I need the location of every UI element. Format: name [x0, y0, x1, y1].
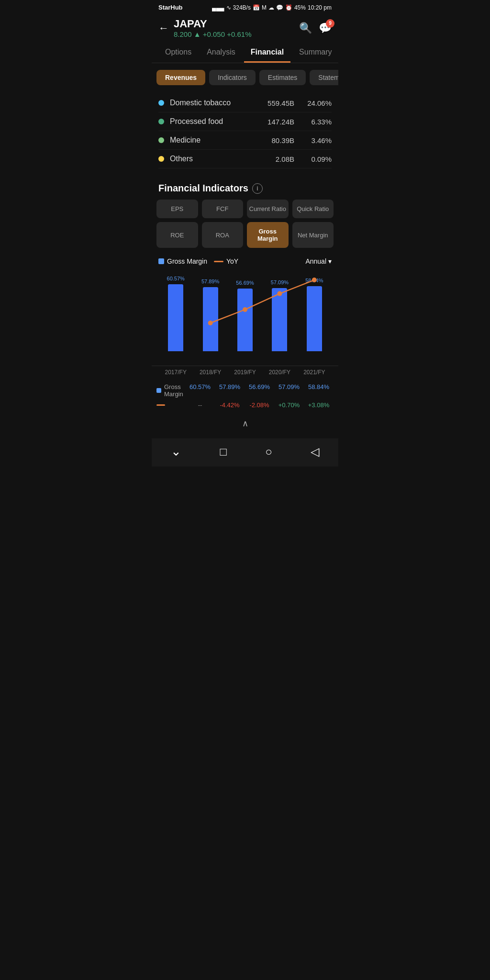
gm-color-sq: [156, 388, 161, 393]
search-button[interactable]: 🔍: [299, 22, 312, 34]
dot-others: [158, 156, 164, 162]
info-icon[interactable]: i: [252, 183, 263, 194]
revenue-value: 80.39B: [271, 136, 294, 145]
period-selector[interactable]: Annual ▾: [305, 257, 332, 265]
yoy-value-cell: -4.42%: [215, 401, 245, 409]
gm-value-cell: 57.09%: [274, 383, 304, 398]
x-label: 2019/FY: [228, 369, 262, 376]
gm-value-cell: 57.89%: [215, 383, 245, 398]
bar-group: 56.69%: [228, 280, 262, 351]
revenue-list: Domestic tobacco 559.45B 24.06% Processe…: [152, 92, 338, 174]
yoy-value-cell: +3.08%: [304, 401, 334, 409]
revenue-value: 559.45B: [267, 99, 294, 107]
status-bar: StarHub ▄▄▄ ∿ 324B/s 📅 M ☁ 💬 ⏰ 45% 10:20…: [152, 0, 338, 14]
time-label: 10:20 pm: [308, 4, 332, 11]
cloud-icon: ☁: [268, 4, 274, 11]
indicator-eps[interactable]: EPS: [156, 200, 198, 218]
status-icons: ▄▄▄ ∿ 324B/s 📅 M ☁ 💬 ⏰ 45% 10:20 pm: [212, 4, 332, 11]
list-item: Others 2.08B 0.09%: [158, 150, 332, 168]
tab-financial[interactable]: Financial: [244, 43, 290, 63]
legend-sq-blue: [158, 258, 164, 264]
yoy-value-cell: --: [185, 401, 215, 409]
chart-area: 60.57%57.89%56.69%57.09%58.84%: [152, 270, 338, 366]
bar-element: [237, 289, 253, 351]
speed-label: 324B/s: [233, 4, 251, 11]
nav-recents-button[interactable]: ○: [265, 445, 272, 458]
tab-summary[interactable]: Summary: [292, 43, 338, 63]
indicator-gross-margin[interactable]: Gross Margin: [247, 222, 289, 248]
alarm-icon: ⏰: [285, 4, 292, 11]
bar-element: [307, 286, 322, 351]
revenue-name: Others: [170, 155, 276, 163]
chevron-down-icon: ▾: [328, 257, 332, 265]
bar-element: [203, 287, 218, 351]
collapse-icon[interactable]: ∧: [242, 418, 248, 429]
legend-gross-label: Gross Margin: [167, 257, 207, 265]
x-label: 2021/FY: [297, 369, 332, 376]
bottom-nav: ⌄ □ ○ ◁: [152, 438, 338, 467]
subtab-estimates[interactable]: Estimates: [259, 70, 306, 85]
notification-badge: 9: [326, 19, 334, 28]
bar-group: 57.09%: [262, 279, 297, 351]
tab-analysis[interactable]: Analysis: [200, 43, 242, 63]
carrier-label: StarHub: [158, 4, 183, 11]
indicator-net-margin[interactable]: Net Margin: [292, 222, 334, 248]
nav-back-arrow-button[interactable]: ◁: [311, 445, 319, 458]
bar-group: 58.84%: [297, 278, 332, 351]
revenue-pct: 3.46%: [303, 136, 332, 145]
ticker-symbol: JAPAY: [174, 18, 252, 30]
mail-icon: M: [262, 4, 267, 11]
bar-pct-label: 56.69%: [236, 280, 254, 286]
indicator-grid: EPS FCF Current Ratio Quick Ratio ROE RO…: [152, 200, 338, 253]
dot-medicine: [158, 137, 164, 143]
dot-domestic: [158, 100, 164, 106]
bar-group: 57.89%: [193, 278, 227, 351]
nav-home-button[interactable]: □: [220, 445, 227, 458]
calendar-icon: 📅: [253, 4, 260, 11]
back-button[interactable]: ←: [158, 22, 169, 34]
yoy-color-line: [156, 404, 165, 406]
revenue-pct: 6.33%: [303, 118, 332, 126]
indicator-current-ratio[interactable]: Current Ratio: [247, 200, 289, 218]
dot-food: [158, 119, 164, 124]
subtab-statements[interactable]: Statements: [310, 70, 338, 85]
battery-label: 45%: [294, 4, 306, 11]
x-axis-labels: 2017/FY2018/FY2019/FY2020/FY2021/FY: [152, 366, 338, 379]
financial-indicators-title: Financial Indicators i: [152, 174, 338, 200]
sub-tabs: Revenues Indicators Estimates Statements: [152, 63, 338, 92]
x-label: 2017/FY: [158, 369, 193, 376]
chart-header: Gross Margin YoY Annual ▾: [152, 253, 338, 270]
bar-pct-label: 57.09%: [271, 279, 289, 285]
revenue-value: 2.08B: [276, 155, 294, 163]
list-item: Processed food 147.24B 6.33%: [158, 112, 332, 131]
revenue-name: Processed food: [170, 117, 267, 126]
ticker-info: JAPAY 8.200 ▲ +0.050 +0.61%: [174, 18, 252, 38]
bars-wrapper: 60.57%57.89%56.69%57.09%58.84%: [158, 275, 332, 351]
revenue-pct: 24.06%: [303, 99, 332, 107]
bar-element: [272, 288, 287, 351]
whatsapp-icon: 💬: [276, 4, 283, 11]
indicator-roa[interactable]: ROA: [202, 222, 244, 248]
indicator-quick-ratio[interactable]: Quick Ratio: [292, 200, 334, 218]
subtab-revenues[interactable]: Revenues: [156, 70, 205, 85]
indicator-roe[interactable]: ROE: [156, 222, 198, 248]
legend-yoy-label: YoY: [226, 257, 238, 265]
indicator-fcf[interactable]: FCF: [202, 200, 244, 218]
list-item: Medicine 80.39B 3.46%: [158, 131, 332, 150]
nav-back-button[interactable]: ⌄: [171, 444, 181, 459]
wifi-icon: ∿: [226, 4, 231, 11]
table-row: ---4.42%-2.08%+0.70%+3.08%: [156, 400, 334, 411]
x-label: 2018/FY: [193, 369, 227, 376]
yoy-value-cell: -2.08%: [245, 401, 274, 409]
gm-label: Gross Margin: [164, 383, 185, 398]
bar-group: 60.57%: [158, 276, 193, 351]
legend-gross-margin: Gross Margin: [158, 257, 207, 265]
nav-tabs: Options Analysis Financial Summary ☰: [152, 43, 338, 63]
gm-label-cell: Gross Margin: [156, 383, 185, 398]
subtab-indicators[interactable]: Indicators: [209, 70, 256, 85]
revenue-name: Medicine: [170, 136, 271, 145]
header-left: ← JAPAY 8.200 ▲ +0.050 +0.61%: [158, 18, 252, 38]
data-table: Gross Margin 60.57%57.89%56.69%57.09%58.…: [152, 379, 338, 413]
chat-button[interactable]: 💬 9: [319, 22, 332, 34]
tab-options[interactable]: Options: [158, 43, 198, 63]
